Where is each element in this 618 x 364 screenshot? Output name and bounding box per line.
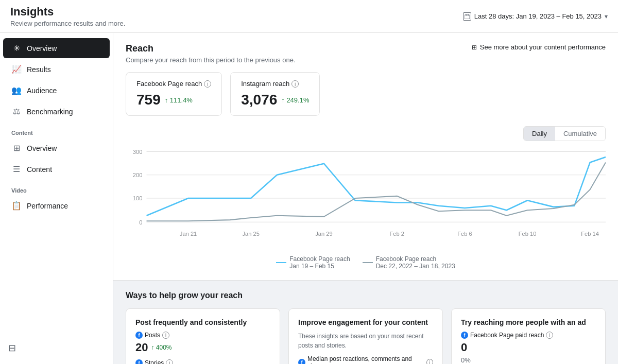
info-icon-posts[interactable]: i [162, 332, 169, 339]
reach-subtitle: Compare your reach from this period to t… [126, 56, 296, 64]
grow-card-post: Post frequently and consistently f Posts… [126, 308, 280, 364]
legend-line-fb-previous [363, 262, 373, 263]
see-more-link[interactable]: ⊞ See more about your content performanc… [472, 43, 606, 51]
info-icon-reactions[interactable]: i [426, 359, 433, 364]
svg-text:200: 200 [133, 172, 143, 178]
facebook-metric-value: 759 ↑ 111.4% [136, 92, 211, 108]
median-reactions-text: Median post reactions, comments and shar… [307, 355, 424, 364]
info-icon-stories[interactable]: i [166, 359, 173, 364]
chart-controls: Daily Cumulative [126, 126, 606, 141]
paid-reach-value: 0 [461, 341, 596, 354]
fb-icon-reactions: f [298, 359, 305, 364]
see-more-label: See more about your content performance [480, 43, 606, 51]
grow-card-engagement: Improve engagement for your content Thes… [288, 308, 443, 364]
grow-cards: Post frequently and consistently f Posts… [126, 308, 606, 364]
main-layout: ✳ Overview 📈 Results 👥 Audience ⚖ Benchm… [0, 33, 618, 364]
asterisk-icon: ✳ [11, 43, 22, 53]
instagram-metric-card: Instagram reach i 3,076 ↑ 249.1% [230, 72, 320, 116]
ad-card-title: Try reaching more people with an ad [461, 318, 596, 326]
stories-label: f Stories i [135, 359, 270, 364]
reach-title: Reach [126, 43, 296, 54]
info-icon-fb[interactable]: i [204, 80, 211, 88]
legend-item-fb-previous: Facebook Page reachDec 22, 2022 – Jan 18… [363, 255, 455, 270]
instagram-metric-label: Instagram reach i [241, 80, 309, 88]
fb-reach-change: ↑ 111.4% [165, 96, 193, 104]
posts-value: 20 ↑ 400% [135, 341, 270, 354]
sidebar-item-benchmarking[interactable]: ⚖ Benchmarking [3, 101, 110, 122]
page-subtitle: Review performance results and more. [10, 20, 125, 27]
calendar-icon [463, 12, 471, 21]
header-left: Insights Review performance results and … [10, 5, 125, 27]
paid-reach-label: f Facebook Page paid reach i [461, 332, 596, 339]
sidebar-label-content-overview: Overview [27, 144, 57, 152]
ig-reach-number: 3,076 [241, 92, 277, 108]
top-header: Insights Review performance results and … [0, 0, 618, 33]
svg-text:Jan 21: Jan 21 [180, 230, 197, 236]
metrics-row: Facebook Page reach i 759 ↑ 111.4% Insta… [126, 72, 606, 116]
info-icon-paid[interactable]: i [546, 332, 553, 339]
cumulative-toggle-btn[interactable]: Cumulative [555, 127, 605, 141]
grid-icon: ⊞ [11, 143, 22, 153]
svg-text:Jan 29: Jan 29 [315, 230, 332, 236]
link-icon: ⊞ [472, 44, 477, 51]
sidebar-item-overview[interactable]: ✳ Overview [3, 38, 110, 58]
people-icon: 👥 [11, 85, 22, 95]
reach-section: Reach Compare your reach from this perio… [113, 33, 618, 281]
fb-reach-number: 759 [136, 92, 161, 108]
median-reactions-label: f Median post reactions, comments and sh… [298, 355, 433, 364]
svg-text:Feb 2: Feb 2 [390, 230, 405, 236]
sidebar-label-benchmarking: Benchmarking [27, 108, 73, 116]
paid-reach-number: 0 [461, 341, 467, 354]
content-area: Reach Compare your reach from this perio… [113, 33, 618, 364]
fb-icon-posts: f [135, 332, 143, 339]
ig-reach-change: ↑ 249.1% [281, 96, 309, 104]
chart-toggle: Daily Cumulative [523, 126, 606, 141]
sidebar-item-content-overview[interactable]: ⊞ Overview [3, 138, 110, 158]
sidebar-label-results: Results [27, 65, 51, 74]
grow-title: Ways to help grow your reach [126, 291, 606, 300]
facebook-metric-label: Facebook Page reach i [136, 80, 211, 88]
facebook-metric-card: Facebook Page reach i 759 ↑ 111.4% [126, 72, 222, 116]
fb-icon-paid: f [461, 332, 468, 339]
chart-wrapper: 300 200 100 0 Jan 21 Jan 25 Jan 29 Feb 2… [126, 146, 606, 249]
grow-card-ad: Try reaching more people with an ad f Fa… [451, 308, 606, 364]
svg-text:300: 300 [133, 149, 143, 155]
sidebar: ✳ Overview 📈 Results 👥 Audience ⚖ Benchm… [0, 33, 113, 364]
legend-line-fb-current [276, 262, 286, 263]
sidebar-item-results[interactable]: 📈 Results [3, 59, 110, 79]
chart-icon: 📈 [11, 64, 22, 74]
engagement-card-title: Improve engagement for your content [298, 318, 433, 326]
sidebar-item-audience[interactable]: 👥 Audience [3, 80, 110, 100]
svg-text:100: 100 [133, 195, 143, 201]
fb-icon-stories: f [135, 359, 143, 364]
sidebar-item-content[interactable]: ☰ Content [3, 159, 110, 179]
date-range-selector[interactable]: Last 28 days: Jan 19, 2023 – Feb 15, 202… [463, 12, 608, 21]
collapse-icon[interactable]: ⊟ [8, 343, 16, 353]
list-icon: ☰ [11, 164, 22, 174]
sidebar-item-performance[interactable]: 📋 Performance [3, 196, 110, 216]
reach-header: Reach Compare your reach from this perio… [126, 43, 606, 64]
legend-label-fb-current: Facebook Page reachJan 19 – Feb 15 [289, 255, 350, 270]
video-section-label: Video [0, 182, 113, 196]
benchmark-icon: ⚖ [11, 107, 22, 116]
paid-reach-text: Facebook Page paid reach [470, 332, 544, 339]
svg-text:0: 0 [139, 219, 142, 225]
post-card-title: Post frequently and consistently [135, 318, 270, 326]
posts-number: 20 [135, 341, 148, 354]
page-title: Insights [10, 5, 125, 19]
ig-reach-label: Instagram reach [241, 80, 289, 88]
sidebar-label-overview: Overview [27, 44, 57, 53]
chevron-down-icon: ▾ [605, 13, 608, 20]
sidebar-label-performance: Performance [27, 202, 68, 210]
info-icon-ig[interactable]: i [291, 80, 299, 88]
sidebar-label-audience: Audience [27, 86, 57, 95]
engagement-description: These insights are based on your most re… [298, 332, 433, 350]
paid-reach-pct: 0% [461, 356, 596, 364]
grow-section: Ways to help grow your reach Post freque… [113, 281, 618, 364]
fb-page-reach-label: Facebook Page reach [136, 80, 202, 88]
sidebar-bottom: ⊟ [0, 337, 113, 359]
svg-text:Jan 25: Jan 25 [242, 230, 259, 236]
legend-label-fb-previous: Facebook Page reachDec 22, 2022 – Jan 18… [376, 255, 455, 270]
reach-chart: 300 200 100 0 Jan 21 Jan 25 Jan 29 Feb 2… [126, 146, 606, 249]
daily-toggle-btn[interactable]: Daily [524, 127, 555, 141]
